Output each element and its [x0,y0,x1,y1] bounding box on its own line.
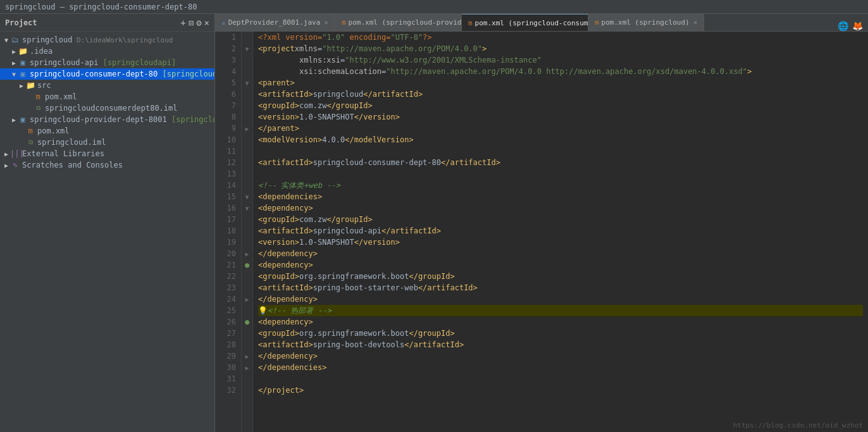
line-num-3: 3 [215,54,236,66]
tree-item-provider-8001[interactable]: ▶ ▣ springcloud-provider-dept-8001 [spri… [0,114,214,125]
bulb-icon[interactable]: 💡 [258,305,268,316]
line-num-10: 10 [215,134,236,145]
tree-item-springcloud-api[interactable]: ▶ ▣ springcloud-api [springcloudapi] [0,57,214,68]
code-line-11 [258,145,863,157]
gutter-2[interactable]: ▼ [242,43,252,54]
fold-icon-15[interactable]: ▼ [245,194,249,201]
fold-icon-2[interactable]: ▼ [245,46,249,52]
fold-icon-20[interactable]: ▶ [245,250,249,257]
gutter-30[interactable]: ▶ [242,362,252,373]
gutter-5[interactable]: ▼ [242,77,252,89]
tree-item-src[interactable]: ▶ 📁 src [0,80,214,91]
tree-item-springcloud[interactable]: ▼ 🗂 springcloud D:\ideaWork\springcloud [0,34,214,46]
tree-item-pom-consumer[interactable]: ▶ m pom.xml [0,91,214,102]
browser-icon-chrome[interactable]: 🌐 [838,21,848,31]
line-num-1: 1 [215,32,236,43]
code-line-31 [258,373,863,385]
code-line-22: <groupId>org.springframework.boot</group… [258,271,863,282]
code-line-13 [258,168,863,180]
tree-item-external-libraries[interactable]: ▶ ||| External Libraries [0,148,214,159]
tab-pom-consumer[interactable]: m pom.xml (springcloud-consumer-dept-80)… [462,14,588,31]
code-line-29: </dependency> [258,350,863,362]
gutter-10 [242,134,252,145]
tree-item-pom-provider[interactable]: ▶ m pom.xml [0,125,214,137]
library-icon: ||| [10,149,20,159]
java-icon: ☕ [221,18,226,27]
tree-item-idea[interactable]: ▶ 📁 .idea [0,46,214,57]
gutter-13 [242,168,252,180]
gutter-20[interactable]: ▶ [242,248,252,259]
fold-icon-29[interactable]: ▶ [245,353,249,360]
code-line-23: <artifactId>spring-boot-starter-web</art… [258,282,863,293]
arrow-scratches: ▶ [3,162,10,169]
run-icon-26[interactable]: ● [245,318,249,326]
code-line-15: <dependencies> [258,191,863,202]
folder-icon: 📁 [18,46,28,56]
line-num-16: 16 [215,202,236,214]
xml-tab-icon-1: m [342,18,346,27]
gutter-3 [242,54,252,66]
tree-item-iml-consumer[interactable]: ▶ ⧉ springcloudconsumerdept80.iml [0,102,214,114]
code-area[interactable]: <?xml version="1.0" encoding="UTF-8"?> <… [253,32,868,432]
fold-icon-30[interactable]: ▶ [245,364,249,371]
line-numbers: 1 2 3 4 5 6 7 8 9 10 11 12 13 14 15 16 1… [215,32,242,432]
gutter-26[interactable]: ● [242,316,252,328]
arrow-consumer: ▼ [10,71,18,78]
browser-icon-firefox[interactable]: 🦊 [852,21,863,31]
tab-pom-provider[interactable]: m pom.xml (springcloud-provider-dept-800… [335,14,462,31]
tree-item-consumer-dept-80[interactable]: ▼ ▣ springcloud-consumer-dept-80 [spring… [0,68,214,80]
run-icon-21[interactable]: ● [245,261,249,269]
code-line-7: <groupId>com.zw</groupId> [258,100,863,111]
gutter-25 [242,305,252,316]
gutter-18 [242,225,252,237]
line-num-19: 19 [215,237,236,248]
fold-icon-5[interactable]: ▼ [245,80,249,87]
code-line-3: xmlns:xsi="http://www.w3.org/2001/XMLSch… [258,54,863,66]
code-line-32: </project> [258,385,863,396]
fold-icon-9[interactable]: ▶ [245,125,249,132]
line-num-7: 7 [215,100,236,111]
line-num-4: 4 [215,66,236,77]
gutter-21[interactable]: ● [242,259,252,271]
code-line-18: <artifactId>springcloud-api</artifactId> [258,225,863,237]
code-line-19: <version>1.0-SNAPSHOT</version> [258,237,863,248]
tree-item-iml-springcloud[interactable]: ▶ ⧉ springcloud.iml [0,137,214,148]
sidebar: Project + ⊟ ⚙ × ▼ 🗂 springcloud D:\ideaW… [0,14,215,432]
fold-icon-16[interactable]: ▼ [245,205,249,212]
line-num-30: 30 [215,362,236,373]
collapse-icon[interactable]: ⊟ [189,18,194,28]
arrow-springcloud: ▼ [3,37,10,44]
code-line-8: <version>1.0-SNAPSHOT</version> [258,111,863,123]
line-num-15: 15 [215,191,236,202]
sidebar-header-icons: + ⊟ ⚙ × [180,18,209,28]
gutter-23 [242,282,252,293]
code-line-20: </dependency> [258,248,863,259]
tab-dept-provider[interactable]: ☕ DeptProvider_8001.java × [215,14,335,31]
gutter: ▼ ▼ ▶ ▼ ▼ ▶ ● [242,32,253,432]
code-line-14: <!-- 实体类+web --> [258,180,863,191]
code-line-16: <dependency> [258,202,863,214]
gutter-24[interactable]: ▶ [242,293,252,305]
settings-icon[interactable]: ⚙ [196,18,201,28]
gutter-16[interactable]: ▼ [242,202,252,214]
gutter-29[interactable]: ▶ [242,350,252,362]
gutter-15[interactable]: ▼ [242,191,252,202]
line-num-25: 25 [215,305,236,316]
add-icon[interactable]: + [180,18,185,28]
main-layout: Project + ⊟ ⚙ × ▼ 🗂 springcloud D:\ideaW… [0,14,868,432]
line-num-13: 13 [215,168,236,180]
gutter-9[interactable]: ▶ [242,123,252,134]
tab-close-java[interactable]: × [324,18,328,27]
arrow-src: ▶ [18,82,25,89]
line-num-28: 28 [215,339,236,350]
gutter-4 [242,66,252,77]
fold-icon-24[interactable]: ▶ [245,296,249,303]
line-num-17: 17 [215,214,236,225]
code-line-6: <artifactId>springcloud</artifactId> [258,89,863,100]
tab-close-pom-springcloud[interactable]: × [693,18,698,27]
line-num-9: 9 [215,123,236,134]
gutter-31 [242,373,252,385]
tree-item-scratches[interactable]: ▶ ✎ Scratches and Consoles [0,159,214,171]
close-icon[interactable]: × [204,18,209,28]
tab-pom-springcloud[interactable]: m pom.xml (springcloud) × [588,14,704,31]
